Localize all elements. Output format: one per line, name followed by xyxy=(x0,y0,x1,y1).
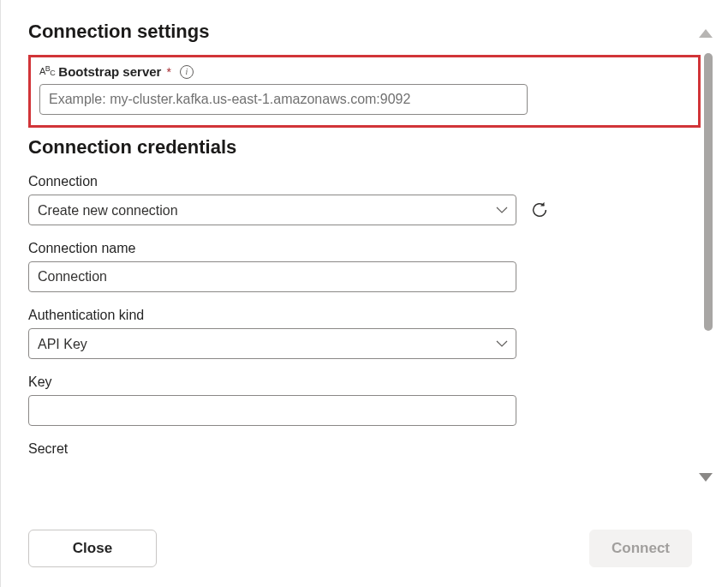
close-button[interactable]: Close xyxy=(28,530,157,567)
footer: Close Connect xyxy=(1,510,728,587)
bootstrap-label-row: ABC Bootstrap server * i xyxy=(39,64,689,79)
connection-name-label: Connection name xyxy=(28,241,701,256)
connection-row: Create new connection xyxy=(28,195,701,225)
bootstrap-server-input[interactable] xyxy=(39,84,528,115)
connection-name-input[interactable] xyxy=(28,261,516,292)
auth-kind-label: Authentication kind xyxy=(28,308,701,323)
required-indicator: * xyxy=(166,65,170,79)
connect-button[interactable]: Connect xyxy=(589,530,692,567)
scroll-down-icon[interactable] xyxy=(699,473,713,482)
connection-settings-header: Connection settings xyxy=(28,21,701,43)
key-input[interactable] xyxy=(28,395,516,426)
scrollbar-thumb[interactable] xyxy=(704,53,713,331)
auth-kind-select-wrap: API Key xyxy=(28,328,516,359)
secret-label: Secret xyxy=(28,441,701,457)
connection-select[interactable]: Create new connection xyxy=(28,195,516,225)
scroll-up-icon[interactable] xyxy=(699,29,713,38)
content-area: Connection settings ABC Bootstrap server… xyxy=(1,0,728,497)
info-icon[interactable]: i xyxy=(180,65,194,79)
bootstrap-label: Bootstrap server xyxy=(58,64,161,79)
key-label: Key xyxy=(28,374,701,390)
connection-panel: Connection settings ABC Bootstrap server… xyxy=(0,0,728,587)
connection-credentials-header: Connection credentials xyxy=(28,136,701,159)
text-type-icon: ABC xyxy=(39,67,55,76)
refresh-icon[interactable] xyxy=(530,201,549,219)
bootstrap-highlight: ABC Bootstrap server * i xyxy=(28,55,701,128)
auth-kind-select[interactable]: API Key xyxy=(28,328,516,359)
connection-label: Connection xyxy=(28,174,701,189)
connection-select-wrap: Create new connection xyxy=(28,195,516,225)
